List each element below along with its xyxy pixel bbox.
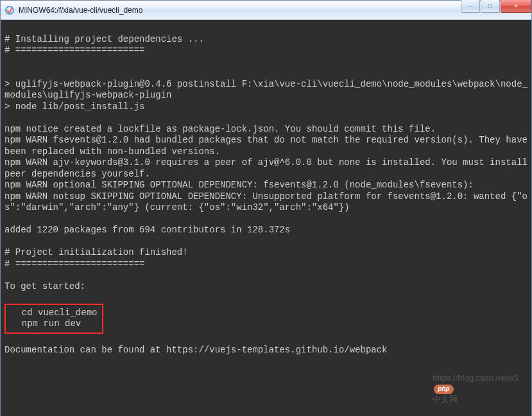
app-window: MINGW64:/f/xia/vue-cli/vuecli_demo — □ ✕… [0, 0, 532, 416]
close-icon: ✕ [514, 3, 517, 10]
term-line: npm WARN fsevents@1.2.0 had bundled pack… [4, 135, 531, 157]
term-line: npm WARN notsup SKIPPING OPTIONAL DEPEND… [4, 191, 528, 213]
maximize-button[interactable]: □ [481, 0, 500, 13]
term-line: Documentation can be found at https://vu… [4, 345, 388, 355]
minimize-button[interactable]: — [461, 0, 480, 13]
term-line: # ======================== [4, 45, 144, 55]
highlight-box: cd vuecli_demo npm run dev [4, 304, 103, 334]
titlebar[interactable]: MINGW64:/f/xia/vue-cli/vuecli_demo — □ ✕ [1, 1, 531, 20]
term-line: added 1220 packages from 694 contributor… [4, 225, 290, 235]
term-line: npm WARN optional SKIPPING OPTIONAL DEPE… [4, 180, 474, 190]
terminal-output[interactable]: # Installing project dependencies ... # … [1, 20, 531, 416]
highlight-line: cd vuecli_demo [22, 308, 98, 318]
term-line: To get started: [4, 281, 85, 291]
term-line: > node lib/post_install.js [4, 101, 144, 112]
watermark-tail: 中文网 [433, 394, 458, 404]
watermark-url: https://blog.csdn.net/x5 [433, 373, 519, 383]
term-line: npm notice created a lockfile as package… [4, 124, 436, 134]
app-icon [4, 5, 15, 15]
watermark-badge: php [434, 385, 453, 394]
window-title: MINGW64:/f/xia/vue-cli/vuecli_demo [19, 6, 142, 15]
highlight-line: npm run dev [22, 318, 81, 329]
maximize-icon: □ [488, 3, 492, 10]
term-line: # ======================== [4, 259, 144, 269]
window-controls: — □ ✕ [461, 0, 531, 13]
term-line: > uglifyjs-webpack-plugin@0.4.6 postinst… [4, 79, 528, 101]
minimize-icon: — [468, 3, 472, 10]
close-button[interactable]: ✕ [501, 0, 531, 13]
term-line: npm WARN ajv-keywords@3.1.0 requires a p… [4, 157, 531, 179]
watermark: https://blog.csdn.net/x5 php 中文网 [419, 363, 519, 415]
term-line: # Project initialization finished! [4, 247, 188, 257]
term-line: # Installing project dependencies ... [4, 34, 204, 44]
